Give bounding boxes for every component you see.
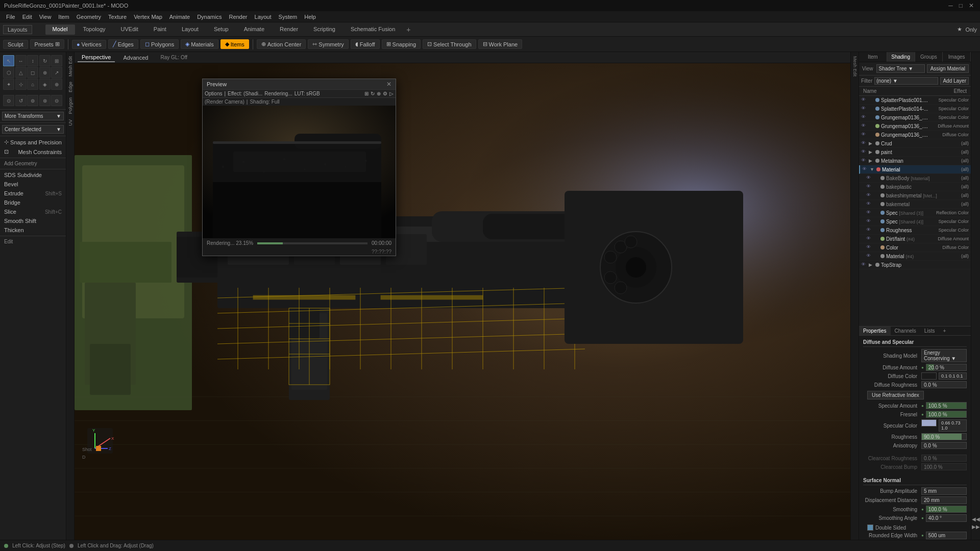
- shader-item-color[interactable]: 👁 Color Diffuse Color: [859, 243, 971, 252]
- tool-btn-10[interactable]: ↗: [51, 67, 62, 78]
- right-tab-shading[interactable]: Shading: [887, 52, 915, 62]
- specular-color-swatch[interactable]: [921, 419, 937, 427]
- tab-setup[interactable]: Setup: [207, 24, 236, 35]
- menu-render[interactable]: Render: [226, 13, 250, 21]
- shader-item-bakeshiny[interactable]: 👁 bakeshinymetal [Met...] (all): [859, 191, 971, 200]
- filter-select[interactable]: (none) ▼: [874, 77, 938, 85]
- menu-vertexmap[interactable]: Vertex Map: [131, 13, 165, 21]
- tool-btn-19[interactable]: ⊛: [39, 95, 51, 106]
- right-tab-item[interactable]: Item: [859, 52, 887, 62]
- eye-icon-crud[interactable]: 👁: [861, 140, 867, 146]
- tool-btn-18[interactable]: ⊚: [27, 95, 38, 106]
- action-center-btn[interactable]: ⊕ Action Center: [257, 39, 306, 49]
- use-refractive-index-btn[interactable]: Use Refractive Index: [867, 391, 924, 399]
- maximize-btn[interactable]: □: [957, 2, 965, 9]
- props-tab-channels[interactable]: Channels: [891, 327, 920, 335]
- presets-btn[interactable]: Presets ⊞: [30, 39, 64, 49]
- menu-layout[interactable]: Layout: [252, 13, 275, 21]
- minimize-btn[interactable]: ─: [946, 2, 955, 9]
- thicken-item[interactable]: Thicken: [0, 226, 66, 235]
- tab-model[interactable]: Model: [45, 24, 75, 35]
- mesh-constraints-item[interactable]: ⊡ Mesh Constraints: [0, 147, 66, 157]
- props-tab-plus[interactable]: +: [939, 327, 950, 335]
- tool-btn-6[interactable]: ⬡: [3, 67, 14, 78]
- extrude-item[interactable]: Extrude Shift+S: [0, 189, 66, 198]
- preview-icon-4[interactable]: ⚙: [383, 91, 387, 96]
- preview-icon-2[interactable]: ↻: [371, 91, 375, 96]
- eye-icon-metalman[interactable]: 👁: [861, 158, 867, 164]
- shader-item-crud[interactable]: 👁 ▶ Crud (all): [859, 139, 971, 148]
- expand-crud[interactable]: ▶: [869, 141, 874, 146]
- right-tab-groups[interactable]: Groups: [915, 52, 943, 62]
- tool-btn-1[interactable]: ↖: [3, 55, 14, 66]
- menu-help[interactable]: Help: [301, 13, 319, 21]
- expand-paint[interactable]: ▶: [869, 149, 874, 155]
- rounded-edge-width-value[interactable]: 500 um: [926, 532, 967, 539]
- eye-icon-material2[interactable]: 👁: [866, 253, 872, 259]
- eye-icon-color[interactable]: 👁: [866, 244, 872, 251]
- eye-icon-bakebody[interactable]: 👁: [866, 175, 872, 181]
- shading-model-value[interactable]: Energy Conserving ▼: [921, 349, 967, 362]
- eye-icon-roughness[interactable]: 👁: [866, 227, 872, 233]
- polygons-btn[interactable]: ◻ Polygons: [140, 39, 179, 49]
- bump-amplitude-value[interactable]: 5 mm: [921, 487, 967, 495]
- preview-title-bar[interactable]: Preview ✕: [203, 79, 396, 90]
- vtab-uv[interactable]: UV: [67, 117, 74, 128]
- window-controls[interactable]: ─ □ ✕: [946, 2, 976, 9]
- tool-btn-16[interactable]: ⊙: [3, 95, 14, 106]
- eye-icon-paint[interactable]: 👁: [861, 149, 867, 155]
- menu-animate[interactable]: Animate: [166, 13, 193, 21]
- right-expand-btn-bottom[interactable]: ▶▶: [972, 524, 980, 530]
- eye-icon-dirtfaint[interactable]: 👁: [866, 236, 872, 242]
- tab-paint[interactable]: Paint: [146, 24, 174, 35]
- shader-item-0[interactable]: 👁 SplatterPlastic001.... Specular Color: [859, 96, 971, 105]
- viewport[interactable]: Perspective Advanced Ray GL: Off: [75, 52, 850, 540]
- displacement-distance-value[interactable]: 20 mm: [921, 496, 967, 504]
- add-layer-btn[interactable]: Add Layer: [940, 77, 969, 85]
- materials-btn[interactable]: ◈ Materials: [181, 39, 218, 49]
- shader-item-dirtfaint[interactable]: 👁 Dirt/faint (#4) Diffuse Amount: [859, 235, 971, 243]
- tool-btn-13[interactable]: ⌂: [27, 79, 38, 90]
- props-tab-lists[interactable]: Lists: [920, 327, 939, 335]
- tab-scripting[interactable]: Scripting: [306, 24, 342, 35]
- perspective-tab[interactable]: Perspective: [78, 53, 115, 62]
- render-mode-label[interactable]: Ray GL: Off: [160, 55, 187, 60]
- work-plane-btn[interactable]: ⊟ Work Plane: [478, 39, 523, 49]
- eye-icon-bakeshiny[interactable]: 👁: [866, 192, 872, 198]
- menu-file[interactable]: File: [3, 13, 18, 21]
- eye-icon-topstrap[interactable]: 👁: [861, 262, 867, 268]
- eye-icon-bakemetal[interactable]: 👁: [866, 201, 872, 207]
- close-btn[interactable]: ✕: [967, 2, 976, 9]
- preview-icon-3[interactable]: ⊕: [377, 91, 381, 96]
- eye-icon-2[interactable]: 👁: [861, 114, 867, 120]
- menu-dynamics[interactable]: Dynamics: [194, 13, 225, 21]
- symmetry-btn[interactable]: ⇿ Symmetry: [308, 39, 349, 49]
- tool-btn-12[interactable]: ⊹: [15, 79, 27, 90]
- preview-icon-5[interactable]: ▷: [389, 91, 394, 96]
- menu-texture[interactable]: Texture: [105, 13, 130, 21]
- preview-close-btn[interactable]: ✕: [386, 81, 391, 88]
- eye-icon-3[interactable]: 👁: [861, 123, 867, 129]
- falloff-btn[interactable]: ◖ Falloff: [351, 39, 380, 49]
- vertices-btn[interactable]: ● Vertices: [72, 40, 106, 49]
- shader-item-3[interactable]: 👁 Grungemap0136_.... Diffuse Amount: [859, 122, 971, 131]
- eye-icon-spec2[interactable]: 👁: [866, 218, 872, 224]
- vtab-edge[interactable]: Edge: [67, 80, 74, 94]
- center-selected-dropdown[interactable]: Center Selected ▼: [2, 125, 64, 134]
- shader-item-metalman[interactable]: 👁 ▶ Metalman (all): [859, 157, 971, 165]
- tool-btn-20[interactable]: ⊝: [51, 95, 62, 106]
- tool-btn-15[interactable]: ⊕: [51, 79, 62, 90]
- smoothing-angle-value[interactable]: 40.0 °: [926, 514, 967, 522]
- diffuse-color-swatch[interactable]: [921, 372, 937, 380]
- add-tab-btn[interactable]: +: [403, 24, 413, 35]
- tab-layout[interactable]: Layout: [175, 24, 206, 35]
- shader-item-roughness[interactable]: 👁 Roughness Specular Color: [859, 226, 971, 235]
- menu-system[interactable]: System: [276, 13, 301, 21]
- eye-icon-0[interactable]: 👁: [861, 97, 867, 103]
- snapping-btn[interactable]: ⊞ Snapping: [382, 39, 421, 49]
- tab-animate[interactable]: Animate: [237, 24, 272, 35]
- tool-btn-14[interactable]: ◈: [39, 79, 51, 90]
- tab-render[interactable]: Render: [273, 24, 305, 35]
- viewport-background[interactable]: X Y Z Shot D Preview ✕ Options |: [75, 63, 850, 540]
- menu-geometry[interactable]: Geometry: [74, 13, 104, 21]
